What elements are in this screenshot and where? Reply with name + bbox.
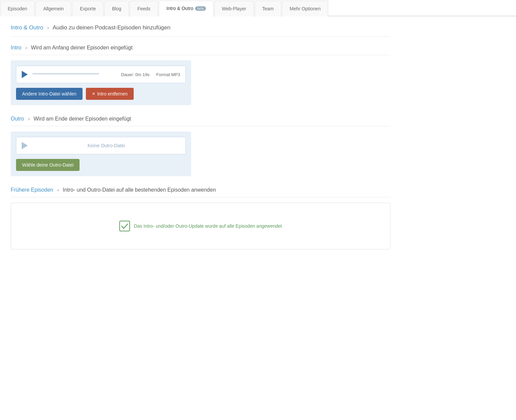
intro-duration: Dauer: 0m 19s bbox=[121, 72, 149, 77]
earlier-separator: > bbox=[57, 188, 59, 193]
svg-rect-0 bbox=[120, 221, 130, 231]
intro-audio-card: Dauer: 0m 19s Format MP3 Andere Intro-Da… bbox=[11, 60, 191, 105]
tab-intro-outro[interactable]: Intro & Outro beta bbox=[159, 1, 214, 16]
tab-exporte[interactable]: Exporte bbox=[72, 1, 104, 16]
outro-player-box: Keine Outro-Datei bbox=[16, 137, 186, 154]
intro-change-button[interactable]: Andere Intro-Datei wählen bbox=[16, 88, 83, 100]
success-message: Das Intro- und/oder Outro-Update wurde a… bbox=[119, 221, 282, 231]
tab-feeds[interactable]: Feeds bbox=[130, 1, 158, 16]
page-title-separator: > bbox=[47, 25, 49, 30]
tab-mehr-optionen[interactable]: Mehr Optionen bbox=[282, 1, 329, 16]
earlier-section-header: Frühere Episoden > Intro- und Outro-Date… bbox=[11, 187, 390, 197]
tab-team[interactable]: Team bbox=[255, 1, 281, 16]
remove-icon: ✕ bbox=[92, 91, 95, 96]
outro-section-desc: Wird am Ende deiner Episoden eingefügt bbox=[34, 116, 131, 122]
earlier-section-desc: Intro- und Outro-Datei auf alle bestehen… bbox=[63, 187, 216, 193]
outro-audio-card: Keine Outro-Datei Wähle deine Outro-Date… bbox=[11, 132, 191, 176]
outro-select-button[interactable]: Wähle deine Outro-Datei bbox=[16, 159, 80, 171]
intro-action-buttons: Andere Intro-Datei wählen ✕ Intro entfer… bbox=[16, 88, 186, 100]
tab-blog[interactable]: Blog bbox=[104, 1, 129, 16]
success-text: Das Intro- und/oder Outro-Update wurde a… bbox=[134, 223, 282, 229]
outro-play-button[interactable] bbox=[22, 142, 28, 149]
intro-player-info: Dauer: 0m 19s Format MP3 bbox=[32, 72, 180, 77]
outro-separator: > bbox=[27, 117, 30, 122]
earlier-episodes-section: Frühere Episoden > Intro- und Outro-Date… bbox=[11, 187, 390, 249]
outro-no-file: Keine Outro-Datei bbox=[32, 143, 180, 148]
intro-section: Intro > Wird am Anfang deiner Episoden e… bbox=[11, 45, 390, 105]
page-title-link[interactable]: Intro & Outro bbox=[11, 24, 43, 31]
intro-format: Format MP3 bbox=[156, 72, 180, 77]
intro-section-header: Intro > Wird am Anfang deiner Episoden e… bbox=[11, 45, 390, 55]
beta-badge: beta bbox=[195, 6, 206, 11]
tab-episoden[interactable]: Episoden bbox=[0, 1, 35, 16]
intro-section-title: Intro bbox=[11, 45, 21, 50]
tab-web-player[interactable]: Web-Player bbox=[214, 1, 254, 16]
checkmark-icon bbox=[119, 221, 130, 231]
earlier-section-title: Frühere Episoden bbox=[11, 187, 53, 193]
tab-bar: Episoden Allgemein Exporte Blog Feeds In… bbox=[0, 0, 516, 16]
intro-player-track bbox=[32, 73, 121, 76]
intro-separator: > bbox=[25, 45, 27, 50]
page-title: Intro & Outro > Audio zu deinen Podcast-… bbox=[11, 24, 390, 37]
outro-section-header: Outro > Wird am Ende deiner Episoden ein… bbox=[11, 116, 390, 126]
outro-section: Outro > Wird am Ende deiner Episoden ein… bbox=[11, 116, 390, 176]
tab-allgemein[interactable]: Allgemein bbox=[35, 1, 71, 16]
intro-progress-bar bbox=[32, 73, 99, 74]
outro-section-title: Outro bbox=[11, 116, 24, 122]
page-subtitle: Audio zu deinen Podcast-Episoden hinzufü… bbox=[52, 24, 170, 31]
outro-action-buttons: Wähle deine Outro-Datei bbox=[16, 159, 186, 171]
intro-section-desc: Wird am Anfang deiner Episoden eingefügt bbox=[31, 45, 133, 50]
earlier-episodes-card: Das Intro- und/oder Outro-Update wurde a… bbox=[11, 203, 390, 249]
intro-play-button[interactable] bbox=[22, 71, 28, 78]
intro-remove-button[interactable]: ✕ Intro entfernen bbox=[86, 88, 134, 100]
main-content: Intro & Outro > Audio zu deinen Podcast-… bbox=[0, 16, 401, 268]
intro-player-box: Dauer: 0m 19s Format MP3 bbox=[16, 66, 186, 83]
